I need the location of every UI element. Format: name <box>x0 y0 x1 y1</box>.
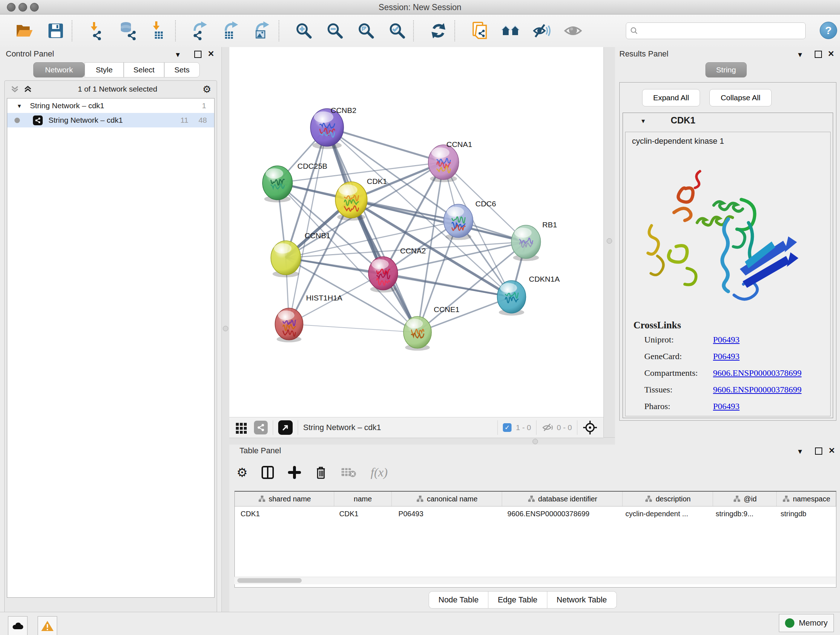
left-splitter[interactable] <box>221 47 230 612</box>
collapse-all-networks-icon[interactable] <box>10 84 19 94</box>
expand-all-networks-icon[interactable] <box>23 84 33 94</box>
memory-button[interactable]: Memory <box>779 614 834 632</box>
node-RB1[interactable]: RB1 <box>512 220 557 261</box>
column-header-database-identifier[interactable]: database identifier <box>502 492 622 506</box>
import-network-file-button[interactable] <box>86 19 108 42</box>
column-label: canonical name <box>427 495 477 503</box>
crosslink-label: GeneCard: <box>644 352 682 361</box>
tab-select[interactable]: Select <box>124 62 164 78</box>
node-label-CCNE1: CCNE1 <box>434 305 459 314</box>
column-header-name[interactable]: name <box>334 492 392 506</box>
status-bar: Memory <box>0 612 840 635</box>
tree-expander-icon[interactable]: ▼ <box>17 103 22 109</box>
cloud-status-button[interactable] <box>8 616 27 635</box>
node-HIST1H1A[interactable]: HIST1H1A <box>275 294 342 342</box>
refresh-view-button[interactable] <box>428 19 449 42</box>
birds-eye-view-icon[interactable] <box>583 420 598 435</box>
network-options-gear-icon[interactable]: ⚙ <box>202 84 211 95</box>
save-session-button[interactable] <box>45 19 66 42</box>
table-horizontal-scrollbar[interactable] <box>234 577 836 584</box>
show-all-button[interactable] <box>562 19 584 42</box>
crosslink-link[interactable]: 9606.ENSP00000378699 <box>713 368 802 378</box>
collapse-all-button[interactable]: Collapse All <box>709 89 772 106</box>
column-header-namespace[interactable]: namespace <box>777 492 836 506</box>
tab-sets[interactable]: Sets <box>164 62 200 78</box>
tab-edge-table[interactable]: Edge Table <box>488 592 547 608</box>
grid-view-icon[interactable] <box>235 421 248 434</box>
help-button[interactable]: ? <box>820 22 837 39</box>
float-panel-icon[interactable] <box>815 448 822 455</box>
collapse-panel-icon[interactable]: ▾ <box>798 447 802 456</box>
edge-HIST1H1A-CCNE1[interactable] <box>289 324 417 333</box>
card-expander-icon[interactable]: ▼ <box>640 118 646 125</box>
edge-CDKN1A-CCNE1[interactable] <box>417 297 512 333</box>
column-header-canonical-name[interactable]: canonical name <box>392 492 502 506</box>
share-document-button[interactable] <box>469 19 491 42</box>
network-share-icon[interactable] <box>254 421 268 434</box>
delete-column-icon[interactable] <box>315 465 327 480</box>
crosslink-link[interactable]: P06493 <box>713 352 739 361</box>
crosslink-link[interactable]: P06493 <box>713 402 739 411</box>
close-panel-icon[interactable]: ✕ <box>828 49 834 59</box>
add-column-icon[interactable] <box>288 466 301 479</box>
table-panel-title: Table Panel <box>240 446 281 455</box>
node-CCNA1[interactable]: CCNA1 <box>428 140 472 182</box>
node-CDK1[interactable]: CDK1 <box>335 177 387 221</box>
crosslink-link[interactable]: P06493 <box>713 335 739 345</box>
network-row[interactable]: String Network – cdk1 11 48 <box>7 113 214 127</box>
crosslink-link[interactable]: 9606.ENSP00000378699 <box>713 385 802 394</box>
zoom-fit-button[interactable] <box>355 19 377 42</box>
zoom-in-button[interactable] <box>293 19 315 42</box>
tab-network-table[interactable]: Network Table <box>547 592 616 608</box>
tab-node-table[interactable]: Node Table <box>429 592 488 608</box>
export-image-button[interactable] <box>252 19 273 42</box>
warnings-button[interactable] <box>38 616 57 635</box>
hide-selected-button[interactable] <box>531 19 553 42</box>
node-CDC25B[interactable]: CDC25B <box>263 162 327 203</box>
right-splitter-handle[interactable] <box>607 238 612 244</box>
column-label: shared name <box>269 495 311 503</box>
export-table-button[interactable] <box>221 19 242 42</box>
float-panel-icon[interactable] <box>194 51 202 58</box>
collapse-panel-icon[interactable]: ▾ <box>798 50 802 59</box>
node-CCNB1[interactable]: CCNB1 <box>271 231 331 277</box>
float-panel-icon[interactable] <box>815 51 822 58</box>
column-header-@id[interactable]: @id <box>713 492 776 506</box>
node-CDKN1A[interactable]: CDKN1A <box>497 275 560 316</box>
import-table-file-button[interactable] <box>148 19 170 42</box>
edge-CCNB2-CCNA1[interactable] <box>327 127 444 162</box>
network-collection-row[interactable]: ▼ String Network – cdk1 1 <box>7 98 214 113</box>
table-settings-gear-icon[interactable]: ⚙ <box>237 465 248 480</box>
tab-string[interactable]: String <box>706 62 747 78</box>
zoom-selected-button[interactable] <box>386 19 408 42</box>
export-network-button[interactable] <box>189 19 211 42</box>
collapse-panel-icon[interactable]: ▾ <box>176 50 180 59</box>
table-row[interactable]: CDK1CDK1P064939606.ENSP00000378699cyclin… <box>235 507 836 521</box>
column-header-shared-name[interactable]: shared name <box>235 492 334 506</box>
tab-style[interactable]: Style <box>85 62 124 78</box>
selected-checkbox-icon[interactable]: ✓ <box>503 423 512 432</box>
close-panel-icon[interactable]: ✕ <box>208 49 214 59</box>
node-CCNE1[interactable]: CCNE1 <box>403 305 459 351</box>
string-home-button[interactable] <box>500 19 522 42</box>
zoom-out-button[interactable] <box>324 19 346 42</box>
node-CDC6[interactable]: CDC6 <box>444 200 496 240</box>
column-type-icon <box>416 495 424 503</box>
show-columns-icon[interactable] <box>261 466 274 479</box>
bottom-splitter-handle[interactable] <box>532 439 538 444</box>
column-header-description[interactable]: description <box>622 492 713 506</box>
network-view-canvas[interactable]: CCNB2CCNA1CDC25BCDK1CDC6RB1CCNB1CCNA2CDK… <box>229 47 603 417</box>
search-box[interactable] <box>626 22 806 39</box>
close-panel-icon[interactable]: ✕ <box>829 446 835 455</box>
tab-network[interactable]: Network <box>33 62 85 78</box>
expand-all-button[interactable]: Expand All <box>642 89 700 106</box>
import-network-database-button[interactable] <box>117 19 139 42</box>
open-session-button[interactable] <box>14 19 35 42</box>
left-splitter-handle[interactable] <box>223 326 228 331</box>
node-label-HIST1H1A: HIST1H1A <box>306 294 342 302</box>
search-input[interactable] <box>642 27 805 35</box>
open-in-window-icon[interactable] <box>278 420 293 435</box>
scrollbar-thumb[interactable] <box>237 578 302 583</box>
results-panel: Results Panel ▾ ✕ String Expand All Coll… <box>615 47 840 445</box>
right-splitter[interactable] <box>603 47 616 445</box>
